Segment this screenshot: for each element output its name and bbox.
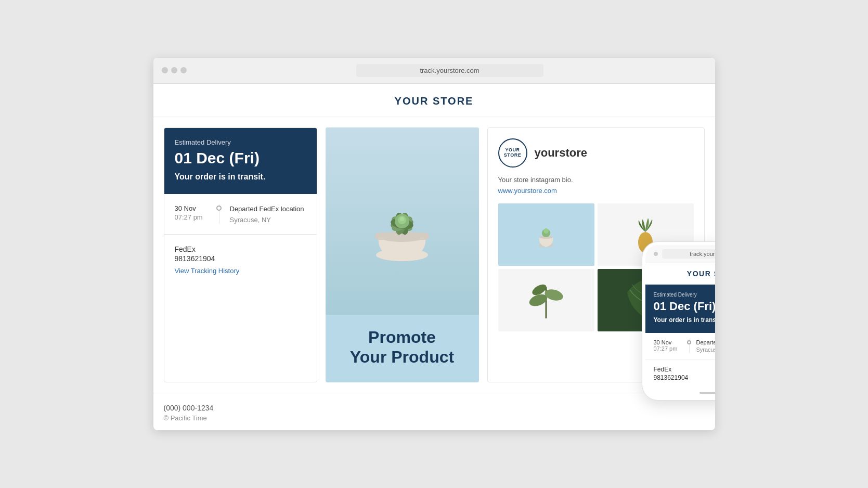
view-tracking-link[interactable]: View Tracking History: [175, 267, 240, 275]
phone-event-date: 30 Nov: [654, 339, 682, 345]
phone-delivery-header: Estimated Delivery 01 Dec (Fri) Your ord…: [645, 285, 715, 333]
phone-address-bar: track.yourstore.com: [662, 249, 715, 259]
promote-title: Promote Your Product: [350, 327, 454, 367]
plant-image: [326, 127, 479, 315]
estimated-delivery-label: Estimated Delivery: [175, 138, 306, 146]
promote-title-line2: Your Product: [350, 348, 454, 366]
phone-tracking-number: 9813621904: [654, 374, 715, 381]
promote-text: Promote Your Product: [340, 315, 464, 383]
tracking-panel: Estimated Delivery 01 Dec (Fri) Your ord…: [164, 127, 317, 383]
browser-addressbar[interactable]: track.yourstore.com: [356, 64, 543, 77]
phone-footer: FedEx 9813621904: [645, 359, 715, 388]
store-image-cell-3: [498, 269, 594, 331]
phone-mockup: track.yourstore.com YOUR STORE Estimated…: [642, 242, 715, 400]
event-dot: [216, 206, 222, 211]
tracking-event: 30 Nov 07:27 pm Departed FedEx location …: [175, 204, 306, 224]
event-description: Departed FedEx location: [230, 204, 306, 214]
store-name: yourstore: [535, 146, 587, 160]
store-logo: YOUR STORE: [498, 138, 527, 168]
browser-window: track.yourstore.com YOUR STORE Estimated…: [153, 58, 715, 431]
event-time: 07:27 pm: [175, 213, 209, 221]
phone-event-dot-line: [689, 339, 690, 353]
phone-home-indicator: [645, 388, 715, 397]
phone-estimated-label: Estimated Delivery: [654, 292, 715, 298]
phone-event-location: Syracuse, NY: [696, 346, 715, 353]
store-header: YOUR STORE yourstore: [498, 138, 694, 168]
tracking-footer: FedEx 9813621904 View Tracking History: [164, 235, 317, 286]
store-logo-text-line2: STORE: [504, 153, 521, 158]
phone-top-bar: track.yourstore.com: [645, 245, 715, 263]
phone-delivery-status: Your order is in transit.: [654, 316, 715, 324]
store-image-plant-3: [528, 277, 564, 324]
phone-event-details: Departed FedEx location Syracuse, NY: [696, 339, 715, 353]
promote-panel: Promote Your Product: [326, 127, 479, 383]
bottom-bar: (000) 000-1234 © Pacific Time: [153, 393, 715, 430]
store-image-plant-1: [533, 216, 559, 253]
footer-phone-number: (000) 000-1234: [164, 404, 705, 412]
browser-dot-green: [180, 67, 187, 73]
carrier-name: FedEx: [175, 245, 306, 253]
svg-rect-2: [375, 233, 429, 240]
promote-title-line1: Promote: [368, 328, 436, 346]
event-divider: [219, 204, 219, 224]
page-title: YOUR STORE: [164, 95, 705, 107]
phone-event-time: 07:27 pm: [654, 345, 682, 352]
phone-event-datetime: 30 Nov 07:27 pm: [654, 339, 682, 353]
delivery-status: Your order is in transit.: [175, 172, 306, 182]
svg-point-11: [400, 217, 404, 221]
tracking-number: 9813621904: [175, 254, 306, 263]
phone-camera-dot: [654, 252, 658, 256]
svg-point-15: [543, 228, 549, 234]
event-details: Departed FedEx location Syracuse, NY: [230, 204, 306, 224]
phone-event-description: Departed FedEx location: [696, 339, 715, 345]
browser-dot-yellow: [171, 67, 177, 73]
phone-event-dot-circle: [687, 340, 691, 344]
delivery-header: Estimated Delivery 01 Dec (Fri) Your ord…: [164, 128, 317, 194]
footer-subtitle: © Pacific Time: [164, 414, 705, 422]
page-header: YOUR STORE: [153, 84, 715, 117]
browser-dots: [162, 67, 187, 73]
plant-svg: [360, 164, 444, 278]
phone-carrier: FedEx: [654, 366, 715, 373]
phone-delivery-date: 01 Dec (Fri): [654, 300, 715, 313]
browser-dot-red: [162, 67, 168, 73]
phone-home-bar: [699, 392, 715, 394]
store-link[interactable]: www.yourstore.com: [498, 187, 557, 195]
tracking-events: 30 Nov 07:27 pm Departed FedEx location …: [164, 194, 317, 235]
phone-page-title: YOUR STORE: [645, 263, 715, 285]
delivery-date: 01 Dec (Fri): [175, 149, 306, 167]
phone-event: 30 Nov 07:27 pm Departed FedEx location …: [645, 333, 715, 359]
store-image-cell-1: [498, 203, 594, 266]
store-bio: Your store instagram bio.: [498, 176, 694, 184]
browser-toolbar: track.yourstore.com: [153, 58, 715, 84]
main-content: Estimated Delivery 01 Dec (Fri) Your ord…: [153, 117, 715, 393]
event-date: 30 Nov: [175, 204, 209, 212]
event-location: Syracuse, NY: [230, 216, 306, 224]
event-datetime: 30 Nov 07:27 pm: [175, 204, 209, 224]
